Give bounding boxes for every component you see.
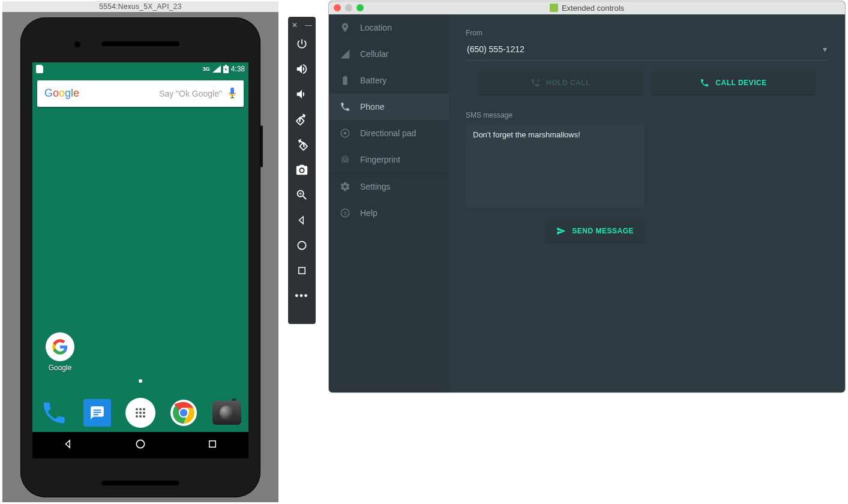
android-status-bar: 3G 4:38	[32, 62, 248, 76]
sidebar-item-label: Settings	[360, 182, 391, 191]
sidebar-item-fingerprint[interactable]: Fingerprint	[329, 146, 449, 173]
all-apps-icon	[125, 398, 155, 428]
sidebar-item-location[interactable]: Location	[329, 14, 449, 41]
camera-icon	[212, 401, 241, 425]
svg-rect-23	[94, 412, 101, 413]
toolbar-rotate-right[interactable]	[288, 132, 316, 157]
android-navbar	[32, 432, 248, 458]
hold-call-button[interactable]: HOLD CALL	[479, 71, 642, 94]
phone-screen[interactable]: 3G 4:38 Google Say "Ok Google"	[32, 62, 248, 458]
sidebar-item-battery[interactable]: Battery	[329, 67, 449, 94]
svg-point-30	[143, 412, 145, 414]
svg-point-36	[180, 409, 187, 416]
svg-point-37	[136, 440, 144, 448]
svg-rect-22	[94, 409, 101, 410]
send-message-button[interactable]: SEND MESSAGE	[546, 220, 645, 242]
sidebar-item-label: Directional pad	[360, 128, 416, 138]
dock-all-apps[interactable]	[125, 398, 155, 428]
svg-point-29	[139, 412, 142, 414]
nav-overview[interactable]	[207, 439, 218, 452]
battery-icon	[340, 75, 350, 86]
ext-sidebar: Location Cellular Battery Phone Directio…	[329, 14, 449, 392]
toolbar-zoom[interactable]	[288, 182, 316, 208]
toolbar-back[interactable]	[288, 208, 316, 233]
toolbar-minimize-icon[interactable]: —	[305, 21, 312, 29]
svg-text:?: ?	[343, 210, 347, 217]
gear-icon	[340, 181, 350, 192]
svg-marker-9	[71, 98, 221, 214]
google-search-bar[interactable]: Google Say "Ok Google"	[37, 80, 244, 107]
phone-earpiece	[101, 41, 179, 46]
network-label: 3G	[203, 66, 210, 72]
toolbar-overview[interactable]	[288, 258, 316, 283]
sidebar-item-settings[interactable]: Settings	[329, 173, 449, 200]
sidebar-item-dpad[interactable]: Directional pad	[329, 120, 449, 146]
sidebar-item-help[interactable]: ? Help	[329, 200, 449, 226]
window-close-icon[interactable]	[334, 4, 341, 11]
nav-home[interactable]	[134, 438, 146, 452]
chevron-down-icon: ▾	[823, 44, 827, 54]
emulator-window: 5554:Nexus_5X_API_23	[2, 1, 278, 502]
svg-rect-24	[94, 414, 99, 415]
fingerprint-icon	[340, 154, 350, 165]
ext-title-icon	[550, 4, 558, 12]
sidebar-item-label: Help	[360, 208, 377, 218]
sms-label: SMS message	[466, 111, 828, 119]
extended-controls-window: Extended controls Location Cellular Batt…	[329, 1, 845, 392]
dpad-icon	[340, 128, 350, 139]
signal-icon	[212, 65, 221, 73]
toolbar-home[interactable]	[288, 233, 316, 258]
send-icon	[556, 226, 566, 236]
clock-text: 4:38	[231, 65, 245, 73]
phone-front-camera	[74, 41, 80, 47]
dock-phone[interactable]	[39, 398, 69, 428]
from-value: (650) 555-1212	[467, 44, 525, 54]
toolbar-screenshot[interactable]	[288, 157, 316, 182]
page-indicator	[139, 377, 142, 384]
dock-camera[interactable]	[212, 398, 242, 428]
emulator-titlebar: 5554:Nexus_5X_API_23	[2, 1, 278, 12]
chrome-icon	[169, 398, 198, 427]
dock-chrome[interactable]	[169, 398, 199, 428]
phone-icon	[340, 101, 350, 112]
sidebar-item-cellular[interactable]: Cellular	[329, 41, 449, 67]
mic-icon[interactable]	[228, 88, 236, 100]
sidebar-item-label: Location	[360, 23, 392, 32]
google-logo: Google	[44, 87, 79, 100]
help-icon: ?	[340, 208, 350, 218]
svg-point-32	[139, 415, 142, 418]
phone-bottom-speaker	[101, 481, 179, 485]
call-device-button[interactable]: CALL DEVICE	[652, 71, 815, 94]
window-minimize-icon[interactable]	[345, 4, 352, 11]
from-label: From	[466, 29, 828, 37]
google-g-icon	[52, 338, 68, 355]
toolbar-volume-down[interactable]	[288, 82, 316, 107]
dock-messenger[interactable]	[82, 398, 112, 428]
window-zoom-icon[interactable]	[356, 4, 364, 11]
toolbar-volume-up[interactable]	[288, 56, 316, 82]
svg-point-26	[139, 408, 142, 410]
nav-back[interactable]	[63, 439, 74, 452]
toolbar-close-icon[interactable]: ✕	[292, 21, 298, 29]
emulator-body: 3G 4:38 Google Say "Ok Google"	[2, 12, 278, 502]
svg-rect-38	[209, 440, 216, 447]
sidebar-item-phone[interactable]: Phone	[329, 94, 449, 120]
sidebar-item-label: Phone	[360, 102, 384, 112]
ext-titlebar[interactable]: Extended controls	[329, 1, 845, 14]
home-app-google[interactable]: Google	[43, 332, 77, 372]
ext-title: Extended controls	[329, 4, 845, 13]
sidebar-item-label: Battery	[360, 76, 386, 85]
toolbar-power[interactable]	[288, 31, 316, 56]
home-app-label: Google	[49, 364, 72, 372]
toolbar-more[interactable]: •••	[288, 283, 316, 308]
emulator-side-toolbar: ✕ — •••	[288, 17, 316, 324]
svg-point-27	[143, 408, 145, 410]
from-select[interactable]: (650) 555-1212 ▾	[466, 42, 828, 61]
svg-marker-12	[140, 62, 248, 164]
toolbar-rotate-left[interactable]	[288, 107, 316, 132]
sms-textarea[interactable]	[466, 124, 645, 208]
dock	[32, 394, 248, 432]
cellular-icon	[340, 49, 350, 59]
hold-call-label: HOLD CALL	[546, 79, 591, 87]
sidebar-item-label: Fingerprint	[360, 155, 400, 164]
